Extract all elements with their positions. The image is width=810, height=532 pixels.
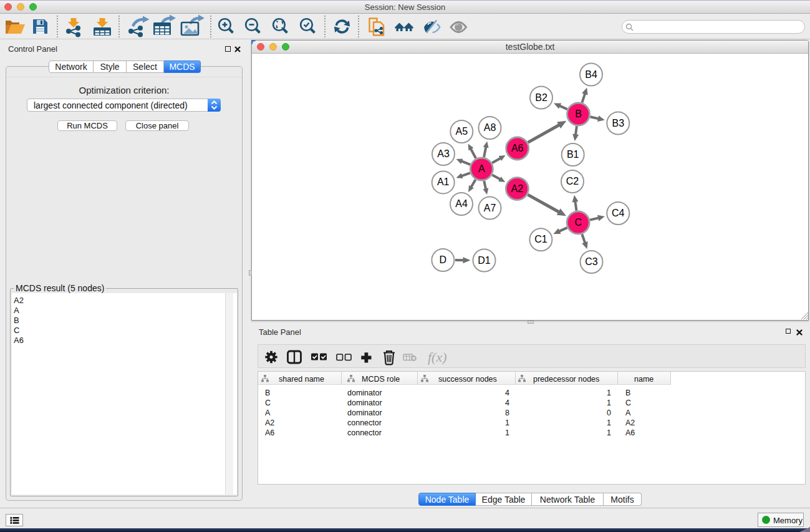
- svg-text:A4: A4: [455, 198, 468, 209]
- svg-text:A: A: [478, 163, 485, 174]
- svg-text:D: D: [440, 254, 447, 265]
- svg-text:C4: C4: [612, 208, 625, 218]
- svg-text:A8: A8: [484, 122, 496, 133]
- svg-text:C: C: [574, 217, 582, 228]
- svg-text:B4: B4: [585, 69, 597, 80]
- svg-text:A7: A7: [484, 203, 496, 213]
- svg-text:C2: C2: [566, 176, 579, 186]
- svg-text:B2: B2: [535, 92, 547, 103]
- svg-text:A2: A2: [511, 183, 524, 194]
- svg-text:C1: C1: [534, 234, 547, 244]
- svg-text:f(x): f(x): [428, 349, 447, 365]
- svg-text:A6: A6: [511, 143, 524, 153]
- svg-text:A5: A5: [456, 126, 468, 137]
- svg-text:B1: B1: [567, 149, 579, 160]
- svg-text:C3: C3: [585, 256, 598, 267]
- svg-text:D1: D1: [478, 255, 491, 266]
- svg-text:B: B: [575, 109, 582, 119]
- svg-text:A3: A3: [437, 148, 450, 159]
- svg-text:B3: B3: [612, 118, 625, 128]
- svg-text:A1: A1: [437, 177, 450, 187]
